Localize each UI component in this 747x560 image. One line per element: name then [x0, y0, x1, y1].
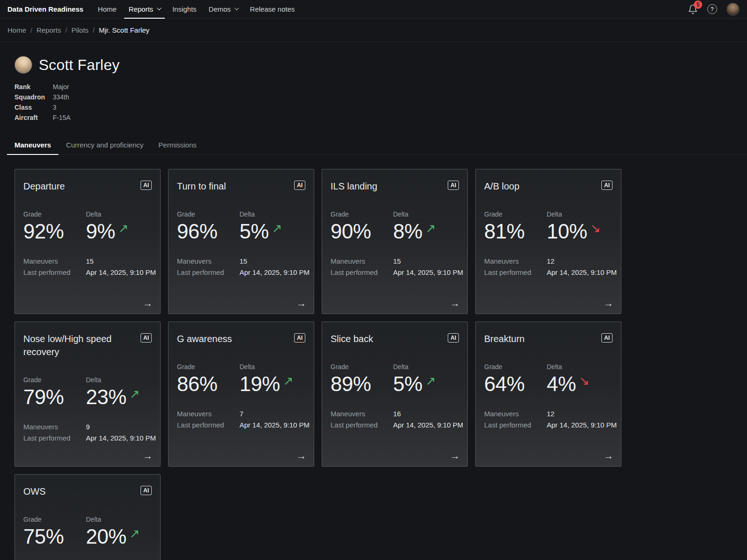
- page-title: Scott Farley: [39, 56, 120, 74]
- arrow-right-icon[interactable]: →: [143, 298, 153, 309]
- grade-value: 92%: [23, 221, 64, 242]
- last-performed-value: Apr 14, 2025, 9:10 PM: [393, 268, 463, 276]
- maneuvers-label: Maneuvers: [484, 410, 547, 418]
- grade-label: Grade: [484, 210, 547, 218]
- delta-label: Delta: [393, 210, 459, 218]
- maneuvers-value: 15: [240, 257, 310, 265]
- arrow-right-icon[interactable]: →: [604, 298, 613, 309]
- ai-badge: AI: [141, 181, 152, 190]
- maneuvers-label: Maneuvers: [177, 410, 240, 418]
- grade-value: 96%: [177, 221, 218, 242]
- question-icon: ?: [711, 6, 714, 13]
- nav-item-demos[interactable]: Demos: [203, 0, 244, 19]
- last-performed-label: Last performed: [484, 268, 547, 276]
- maneuvers-label: Maneuvers: [177, 257, 240, 265]
- delta-value: 23%: [86, 387, 127, 408]
- maneuver-card-title: Breakturn: [484, 332, 525, 345]
- maneuver-card[interactable]: Departure AI Grade 92% Delta 9% ↗ Maneuv…: [14, 169, 161, 314]
- profile-field-value: F-15A: [53, 114, 733, 121]
- arrow-right-icon[interactable]: →: [450, 298, 460, 309]
- maneuver-card[interactable]: OWS AI Grade 75% Delta 20% ↗ →: [14, 474, 161, 560]
- grade-value: 79%: [23, 387, 64, 408]
- grade-value: 75%: [23, 526, 64, 547]
- trend-down-icon: ↘: [591, 222, 600, 234]
- delta-value: 8%: [393, 221, 423, 242]
- nav-item-reports[interactable]: Reports: [123, 0, 167, 19]
- trend-down-icon: ↘: [579, 375, 589, 387]
- delta-label: Delta: [86, 376, 152, 384]
- maneuver-card-title: ILS landing: [331, 180, 377, 193]
- profile-field-label: Aircraft: [14, 114, 53, 121]
- grade-value: 86%: [177, 374, 218, 395]
- tab-bar: ManeuversCurrency and proficiencyPermiss…: [0, 136, 747, 155]
- ai-badge: AI: [294, 333, 305, 343]
- trend-up-icon: ↗: [283, 375, 293, 387]
- last-performed-value: Apr 14, 2025, 9:10 PM: [86, 434, 156, 442]
- maneuver-card[interactable]: Turn to final AI Grade 96% Delta 5% ↗ Ma…: [168, 169, 314, 314]
- delta-label: Delta: [86, 210, 152, 218]
- tab-permissions[interactable]: Permissions: [151, 136, 204, 154]
- help-button[interactable]: ?: [707, 4, 717, 14]
- trend-up-icon: ↗: [119, 222, 128, 234]
- last-performed-value: Apr 14, 2025, 9:10 PM: [240, 421, 310, 429]
- grade-label: Grade: [484, 363, 547, 371]
- delta-label: Delta: [86, 516, 152, 523]
- maneuver-card[interactable]: Nose low/High speed recovery AI Grade 79…: [14, 322, 161, 467]
- notification-badge: 5: [694, 0, 702, 9]
- breadcrumb-link[interactable]: Home: [7, 26, 26, 34]
- delta-value: 19%: [240, 374, 280, 395]
- tab-maneuvers[interactable]: Maneuvers: [7, 136, 58, 154]
- last-performed-label: Last performed: [177, 421, 240, 429]
- delta-label: Delta: [240, 210, 305, 218]
- last-performed-label: Last performed: [177, 268, 240, 276]
- arrow-right-icon[interactable]: →: [143, 450, 153, 462]
- notifications-button[interactable]: 5: [688, 4, 698, 14]
- grade-value: 81%: [484, 221, 525, 242]
- grade-label: Grade: [331, 210, 393, 218]
- maneuver-card-title: Departure: [23, 180, 65, 193]
- ai-badge: AI: [294, 181, 305, 190]
- breadcrumb-separator: /: [30, 26, 32, 34]
- delta-value: 5%: [240, 221, 269, 242]
- nav-item-home[interactable]: Home: [92, 0, 123, 19]
- nav-menu: Home Reports Insights Demos Release note…: [92, 0, 301, 19]
- maneuver-card-title: Slice back: [331, 332, 373, 345]
- profile-field-value: Major: [53, 83, 733, 91]
- maneuver-card-title: A/B loop: [484, 180, 520, 193]
- last-performed-label: Last performed: [484, 421, 547, 429]
- delta-label: Delta: [393, 363, 459, 371]
- breadcrumb-separator: /: [93, 26, 95, 34]
- profile-header: Scott Farley: [14, 56, 733, 74]
- nav-actions: 5 ?: [688, 3, 740, 16]
- grade-label: Grade: [177, 210, 240, 218]
- nav-item-release-notes[interactable]: Release notes: [244, 0, 301, 19]
- grade-value: 90%: [331, 221, 371, 242]
- ai-badge: AI: [448, 333, 459, 343]
- breadcrumb-current: Mjr. Scott Farley: [99, 26, 149, 34]
- last-performed-value: Apr 14, 2025, 9:10 PM: [547, 268, 617, 276]
- chevron-down-icon: [234, 6, 239, 10]
- arrow-right-icon[interactable]: →: [450, 450, 460, 462]
- maneuver-card[interactable]: Slice back AI Grade 89% Delta 5% ↗ Maneu…: [322, 322, 468, 467]
- delta-value: 4%: [547, 374, 576, 395]
- arrow-right-icon[interactable]: →: [296, 298, 306, 309]
- maneuvers-label: Maneuvers: [23, 423, 86, 431]
- last-performed-label: Last performed: [331, 421, 393, 429]
- nav-item-insights[interactable]: Insights: [166, 0, 203, 19]
- breadcrumb-link[interactable]: Pilots: [71, 26, 89, 34]
- maneuvers-value: 15: [393, 257, 463, 265]
- chevron-down-icon: [157, 6, 162, 10]
- maneuver-card[interactable]: ILS landing AI Grade 90% Delta 8% ↗ Mane…: [322, 169, 468, 314]
- maneuvers-value: 12: [547, 410, 617, 418]
- tab-currency-and-proficiency[interactable]: Currency and proficiency: [58, 136, 151, 154]
- user-avatar[interactable]: [726, 3, 740, 16]
- breadcrumb-separator: /: [65, 26, 67, 34]
- maneuver-card[interactable]: G awareness AI Grade 86% Delta 19% ↗ Man…: [168, 322, 314, 467]
- maneuver-card[interactable]: Breakturn AI Grade 64% Delta 4% ↘ Maneuv…: [475, 322, 621, 467]
- last-performed-value: Apr 14, 2025, 9:10 PM: [393, 421, 463, 429]
- arrow-right-icon[interactable]: →: [604, 450, 613, 462]
- maneuver-card[interactable]: A/B loop AI Grade 81% Delta 10% ↘ Maneuv…: [475, 169, 621, 314]
- ai-badge: AI: [141, 333, 152, 343]
- breadcrumb-link[interactable]: Reports: [36, 26, 61, 34]
- arrow-right-icon[interactable]: →: [296, 450, 306, 462]
